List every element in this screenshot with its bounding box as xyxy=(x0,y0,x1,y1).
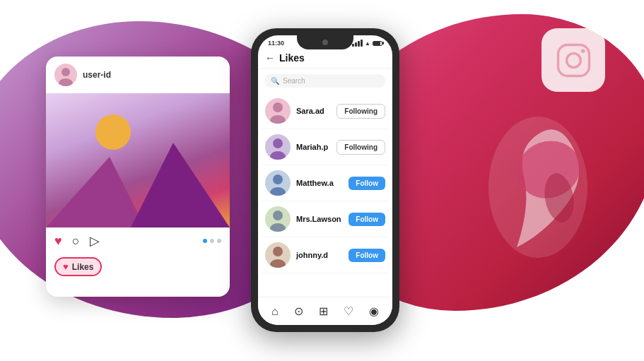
nav-home-icon[interactable]: ⌂ xyxy=(271,305,279,318)
dot-1 xyxy=(203,239,207,243)
svg-point-9 xyxy=(273,174,283,184)
post-actions: ♥ ○ ▷ xyxy=(46,227,230,254)
post-card: user-id ♥ ○ ▷ ♥ Likes xyxy=(46,57,230,297)
signal-1 xyxy=(352,44,354,47)
svg-point-4 xyxy=(59,78,73,86)
mountain-left xyxy=(46,157,145,227)
user-item-mariah: Mariah.p Following xyxy=(262,129,388,165)
sun-circle xyxy=(95,114,131,150)
svg-point-13 xyxy=(273,247,283,256)
user-list: Sara.ad Following Mariah.p Following xyxy=(258,93,392,273)
svg-point-3 xyxy=(62,68,70,76)
wifi-icon: ▲ xyxy=(365,40,370,47)
username-johnny: johnny.d xyxy=(296,251,343,259)
svg-point-11 xyxy=(273,211,283,220)
post-dots xyxy=(203,239,221,243)
bottom-nav: ⌂ ⊙ ⊞ ♡ ◉ xyxy=(258,297,392,325)
battery-fill xyxy=(373,42,380,45)
user-item-sara: Sara.ad Following xyxy=(262,93,388,129)
avatar-lawson xyxy=(265,206,291,232)
username-mariah: Mariah.p xyxy=(296,143,331,151)
mountain-right xyxy=(131,143,230,227)
comment-icon: ○ xyxy=(72,234,80,249)
svg-point-6 xyxy=(270,115,286,124)
signal-3 xyxy=(358,41,360,47)
search-bar[interactable]: 🔍 Search xyxy=(265,74,385,88)
dot-2 xyxy=(210,239,214,243)
heart-icon: ♥ xyxy=(54,234,62,249)
nav-search-icon[interactable]: ⊙ xyxy=(294,304,303,318)
battery-tip xyxy=(382,42,384,45)
username-matthew: Matthew.a xyxy=(296,179,343,187)
likes-label: Likes xyxy=(72,262,94,272)
follow-btn-lawson[interactable]: Follow xyxy=(349,213,385,226)
avatar-mariah xyxy=(265,134,291,160)
svg-point-14 xyxy=(270,259,286,268)
user-item-johnny: johnny.d Follow xyxy=(262,237,388,273)
post-avatar xyxy=(54,64,77,86)
follow-btn-sara[interactable]: Following xyxy=(336,104,385,119)
avatar-johnny xyxy=(265,242,291,268)
battery-icon xyxy=(373,41,382,46)
phone-camera xyxy=(322,40,328,45)
share-icon: ▷ xyxy=(90,233,100,249)
svg-point-12 xyxy=(270,223,286,232)
phone-notch xyxy=(297,35,353,49)
svg-point-2 xyxy=(580,49,585,53)
svg-point-8 xyxy=(270,151,286,160)
post-image xyxy=(46,93,230,227)
likes-header: ← Likes xyxy=(258,48,392,69)
username-lawson: Mrs.Lawson xyxy=(296,215,343,223)
search-icon: 🔍 xyxy=(271,77,279,85)
nav-profile-icon[interactable]: ◉ xyxy=(369,304,379,318)
instagram-logo-box xyxy=(541,28,605,92)
likes-heart-icon: ♥ xyxy=(63,261,69,272)
back-arrow-icon[interactable]: ← xyxy=(265,52,275,64)
follow-btn-mariah[interactable]: Following xyxy=(336,140,385,155)
dot-3 xyxy=(217,239,221,243)
username-sara: Sara.ad xyxy=(296,107,331,115)
svg-rect-0 xyxy=(558,45,589,76)
svg-point-1 xyxy=(566,53,580,67)
nav-add-icon[interactable]: ⊞ xyxy=(319,304,328,318)
phone-screen: 11:30 ▲ ← Likes 🔍 S xyxy=(258,35,392,325)
signal-2 xyxy=(355,42,357,47)
decorative-swish xyxy=(474,106,602,268)
screen-title: Likes xyxy=(279,52,305,64)
svg-point-5 xyxy=(273,102,283,112)
user-item-matthew: Matthew.a Follow xyxy=(262,165,388,201)
likes-pill: ♥ Likes xyxy=(54,257,102,276)
nav-heart-icon[interactable]: ♡ xyxy=(344,304,353,318)
search-placeholder: Search xyxy=(283,77,305,85)
signal-4 xyxy=(361,40,363,47)
user-item-lawson: Mrs.Lawson Follow xyxy=(262,201,388,237)
avatar-sara xyxy=(265,98,291,124)
svg-point-10 xyxy=(270,187,286,196)
post-header: user-id xyxy=(46,57,230,93)
svg-point-7 xyxy=(273,138,283,148)
follow-btn-johnny[interactable]: Follow xyxy=(349,249,385,262)
follow-btn-matthew[interactable]: Follow xyxy=(349,177,385,190)
phone-mockup: 11:30 ▲ ← Likes 🔍 S xyxy=(251,28,399,332)
status-time: 11:30 xyxy=(268,40,284,47)
status-icons: ▲ xyxy=(352,40,382,47)
post-username: user-id xyxy=(83,70,111,80)
avatar-matthew xyxy=(265,170,291,196)
post-likes-section: ♥ Likes xyxy=(46,254,230,279)
